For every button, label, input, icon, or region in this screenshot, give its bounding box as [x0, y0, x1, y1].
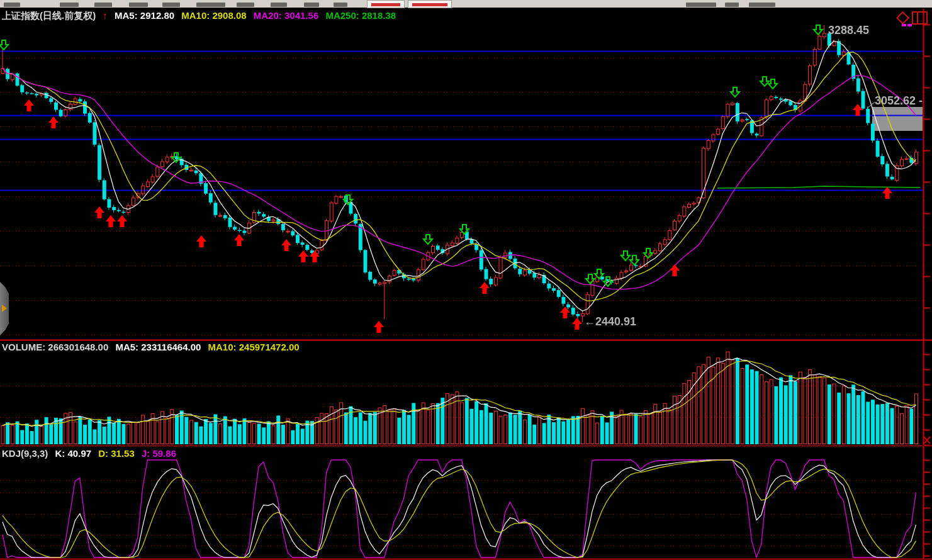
volume-readout: VOLUME: 266301648.00 [2, 342, 108, 352]
expand-arrow-icon [2, 305, 7, 312]
kdj-label: KDJ(9,3,3) [2, 448, 48, 459]
volume-ma5-readout: MA5: 233116464.00 [115, 342, 201, 352]
ma20-readout: MA20: 3041.56 [254, 10, 318, 21]
ma10-readout: MA10: 2908.08 [181, 10, 246, 21]
menu-item[interactable] [686, 3, 716, 7]
candlestick-chart-canvas[interactable] [0, 0, 932, 560]
menu-item[interactable] [162, 3, 180, 7]
menu-item[interactable] [129, 3, 148, 7]
menu-item[interactable] [725, 3, 739, 7]
menu-item[interactable] [237, 3, 254, 7]
menubar-red-button[interactable] [367, 0, 405, 8]
trend-up-icon: ↑ [103, 10, 108, 21]
menu-item[interactable] [334, 3, 347, 7]
k-readout: K: 40.97 [55, 448, 92, 459]
menubar-red-button[interactable] [408, 0, 452, 8]
period-low-label: ←2440.91 [584, 315, 636, 328]
pane-indicator-dash-icon [907, 24, 912, 26]
volume-ma10-readout: MA10: 245971472.00 [208, 342, 300, 352]
split-window-icon[interactable] [912, 11, 928, 25]
main-chart-header: 上证指数(日线.前复权) ↑ MA5: 2912.80 MA10: 2908.0… [2, 10, 400, 22]
volume-pane-header: VOLUME: 266301648.00 MA5: 233116464.00 M… [2, 342, 304, 352]
symbol-title: 上证指数(日线.前复权) [2, 10, 96, 21]
menu-item[interactable] [4, 3, 20, 7]
marked-level-label: 3052.62 - [875, 94, 923, 108]
j-readout: J: 59.86 [142, 448, 176, 459]
period-high-label: 3288.45 [828, 24, 869, 37]
menu-item[interactable] [94, 3, 112, 7]
menubar[interactable] [0, 0, 932, 9]
menu-item[interactable] [749, 3, 775, 7]
pane-indicator-dash-icon [902, 24, 906, 26]
menu-item[interactable] [60, 3, 79, 7]
ma5-readout: MA5: 2912.80 [115, 10, 174, 21]
d-readout: D: 31.53 [98, 448, 135, 459]
menu-item[interactable] [304, 3, 319, 7]
trading-app-window: 上证指数(日线.前复权) ↑ MA5: 2912.80 MA10: 2908.0… [0, 0, 932, 560]
ma250-readout: MA250: 2818.38 [325, 10, 396, 21]
menu-item[interactable] [271, 3, 287, 7]
menu-item[interactable] [196, 3, 225, 7]
kdj-pane-header: KDJ(9,3,3) K: 40.97 D: 31.53 J: 59.86 [2, 448, 181, 459]
